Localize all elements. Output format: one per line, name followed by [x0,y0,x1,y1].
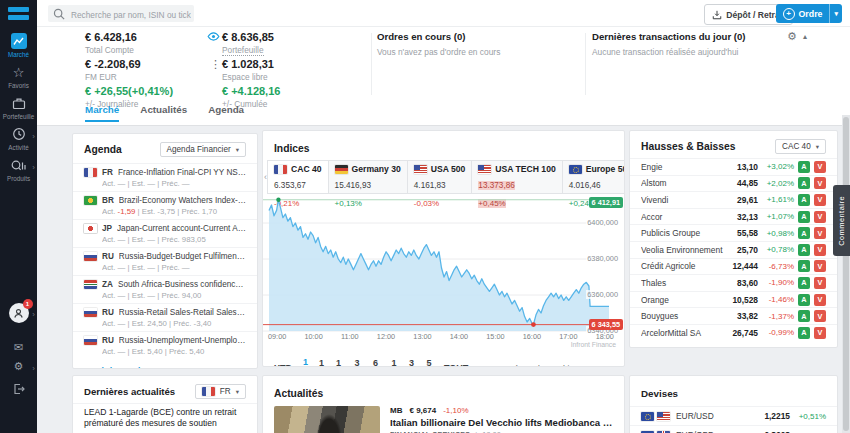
products-icon [11,157,27,173]
stock-row[interactable]: Veolia Environnement25,70+0,78%AV [630,241,837,258]
index-tab-usa-500[interactable]: USA 500 4.161,83 -0,03% [408,161,473,193]
user-avatar[interactable]: › 1 [0,303,37,323]
sell-button[interactable]: V [814,310,826,322]
sell-button[interactable]: V [814,194,826,206]
sell-button[interactable]: V [814,327,826,339]
range-tout[interactable]: TOUT [444,363,468,367]
sell-button[interactable]: V [814,277,826,289]
stock-name: Bouygues [641,311,725,321]
stock-row[interactable]: Vivendi29,61+1,61%AV [630,191,837,208]
stock-row[interactable]: Bouygues33,82-1,37%AV [630,307,837,324]
stock-row[interactable]: Thales83,60-1,90%AV [630,274,837,291]
buy-button[interactable]: A [798,161,810,173]
index-tab-europe-50[interactable]: Europe 50 4.016,46 +0,24% [563,161,625,193]
currency-row[interactable]: EUR/GBP 0,8608 +0,14% [630,425,837,433]
search-input[interactable] [69,5,193,24]
buy-button[interactable]: A [798,211,810,223]
range-ytd[interactable]: YTD [274,363,292,367]
sidebar-item-marche[interactable]: Marché [0,33,37,58]
stock-row[interactable]: ArcelorMittal SA26,745-0,99%AV [630,324,837,341]
flag-icon [478,165,491,174]
buy-button[interactable]: A [798,194,810,206]
sell-button[interactable]: V [814,227,826,239]
index-tab-usa-tech-100[interactable]: USA TECH 100 13.373,86 +0,45% [472,161,562,193]
agenda-item[interactable]: ZASouth Africa-Business confidence-Busin… [73,275,257,303]
tab-agenda[interactable]: Agenda [208,104,244,122]
messages-button[interactable]: ✉ [0,342,37,353]
order-button[interactable]: +Ordre ▾ [776,4,842,23]
agenda-see-all-link[interactable]: ›Voir l'agenda [73,359,257,369]
eye-icon[interactable] [207,32,220,41]
index-tab-germany-30[interactable]: Germany 30 15.416,93 +0,13% [329,161,408,193]
app-logo[interactable] [8,7,29,23]
stock-row[interactable]: Crédit Agricole12,444-6,73%AV [630,258,837,275]
news-headline[interactable]: Italian billionaire Del Vecchio lifts Me… [390,417,613,428]
sidebar-item-portefeuille[interactable]: Portefeuille [0,95,37,120]
buy-button[interactable]: A [798,294,810,306]
index-tab-cac-40[interactable]: CAC 40 6.353,67 -0,21% [268,161,329,193]
transactions-title: Dernières transactions du jour (0) [592,31,746,42]
buy-button[interactable]: A [798,327,810,339]
stock-row[interactable]: Engie13,10+3,02%AV [630,158,837,175]
range-6m[interactable]: 6 M [373,358,381,367]
order-dropdown-caret[interactable]: ▾ [829,4,842,23]
news-photo[interactable]: MEDIOBANCA [274,406,380,433]
range-1j[interactable]: 1 J [303,357,308,367]
currency-value: 1,2215 [748,410,792,422]
range-1s[interactable]: 1 S [319,358,325,367]
sidebar-item-favoris[interactable]: ☆ Favoris [0,64,37,89]
settings-button[interactable]: › ⚙ [0,361,37,372]
agenda-item[interactable]: JPJapan-Current account-Current Account,… [73,219,257,247]
range-5a[interactable]: 5 A [427,358,434,367]
vertical-scrollbar[interactable] [842,115,850,433]
stock-row[interactable]: Orange10,528-1,46%AV [630,291,837,308]
currency-row[interactable]: EUR/USD 1,2215 +0,51% [630,406,837,425]
sidebar-item-activite[interactable]: › Activité [0,126,37,151]
sell-button[interactable]: V [814,294,826,306]
news-ticker[interactable]: MB [390,406,402,415]
collapse-icon[interactable]: ▴ [803,33,807,41]
buy-button[interactable]: A [798,244,810,256]
buy-button[interactable]: A [798,177,810,189]
agenda-filter-select[interactable]: Agenda Financier▾ [160,142,246,157]
buy-button[interactable]: A [798,227,810,239]
stock-row[interactable]: Publicis Groupe55,58+0,98%AV [630,224,837,241]
news-item[interactable]: MEDIOBANCA MB € 9,674 -1,10% Italian bil… [263,406,624,433]
range-3m[interactable]: 3 M [355,358,363,367]
sell-button[interactable]: V [814,211,826,223]
news-country-select[interactable]: FR▾ [195,384,246,399]
sidebar-item-produits[interactable]: › Produits [0,157,37,182]
stock-row[interactable]: Accor32,13+1,07%AV [630,208,837,225]
agenda-item[interactable]: RURussia-Retail Sales-Retail Sales YY (A… [73,303,257,331]
tab-marche[interactable]: Marché [85,104,119,122]
chart-settings-button[interactable]: ⚙Paramètres du graphique [479,365,583,368]
news-headline[interactable]: LEAD 1-Lagarde (BCE) contre un retrait p… [84,407,246,429]
index-price-chart[interactable]: 6400,000 6380,000 6360,000 6340,000 6 41… [263,197,624,355]
sell-button[interactable]: V [814,177,826,189]
gainers-index-select[interactable]: CAC 40▾ [775,139,826,154]
interactive-chart-button[interactable]: Graphique interactif [595,365,625,367]
see-all-cac40-link[interactable]: Voir toutes les actions du CAC 40 [630,341,837,348]
indices-card: Indices ‹ CAC 40 6.353,67 -0,21% Germany… [262,130,625,367]
sell-button[interactable]: V [814,161,826,173]
scrollbar-thumb[interactable] [843,117,849,431]
transactions-gear-icon[interactable]: ⚙ [787,31,797,42]
agenda-item[interactable]: FRFrance-Inflation Final-CPI YY NSA (Apr… [73,163,257,191]
buy-button[interactable]: A [798,260,810,272]
stock-row[interactable]: Alstom44,85+2,02%AV [630,175,837,192]
range-1a[interactable]: 1 A [392,358,399,367]
logout-button[interactable] [0,381,37,397]
buy-button[interactable]: A [798,310,810,322]
tab-actualites[interactable]: Actualités [140,104,187,122]
index-name: USA 500 [431,164,466,174]
sell-button[interactable]: V [814,244,826,256]
buy-button[interactable]: A [798,277,810,289]
agenda-item[interactable]: BRBrazil-Economy Watchers Index-IBC-BR E… [73,191,257,219]
range-3a[interactable]: 3 A [409,358,416,367]
sell-button[interactable]: V [814,260,826,272]
agenda-item[interactable]: RURussia-Budget-Budget Fulfilment (Apr.)… [73,247,257,275]
range-1m[interactable]: 1 M [336,358,344,367]
agenda-item[interactable]: RURussia-Unemployment-Unemployment Rate … [73,331,257,359]
more-options-icon[interactable]: ⋮ [210,59,221,70]
comment-side-tab[interactable]: Commentaire [833,185,850,256]
